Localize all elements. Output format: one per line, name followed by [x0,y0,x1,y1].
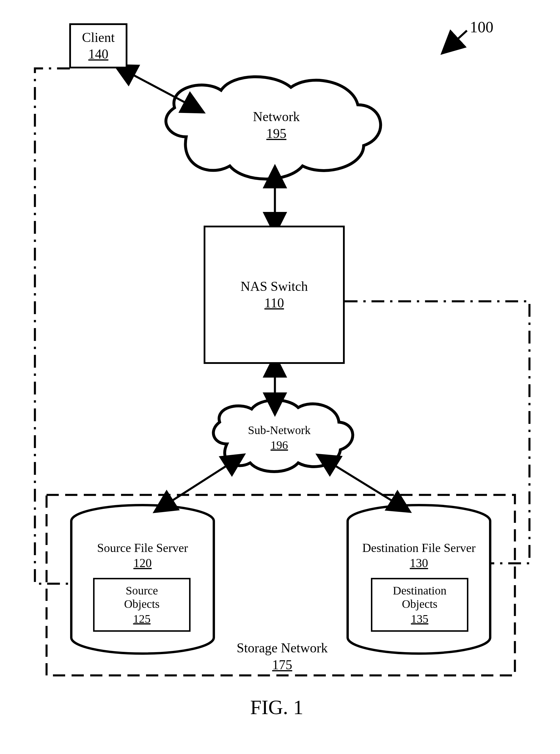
client-num: 140 [88,46,108,62]
svg-point-0 [71,505,214,537]
client-box: Client 140 [69,23,127,69]
network-label: Network 195 [244,109,308,141]
figure-ref: 100 [470,18,493,36]
source-objects-box: Source Objects 125 [93,578,191,632]
path-nas-dest [345,301,529,563]
source-objects-title: Source Objects [124,584,159,611]
dest-objects-box: Destination Objects 135 [371,578,468,632]
nas-box: NAS Switch 110 [204,226,345,364]
svg-point-1 [348,505,490,537]
path-client-source [35,69,71,584]
client-title: Client [82,30,115,45]
storage-network-label: Storage Network 175 [230,640,335,673]
dest-objects-title: Destination Objects [393,584,446,611]
figure-caption: FIG. 1 [250,696,303,719]
dest-objects-num: 135 [411,612,428,625]
source-objects-num: 125 [133,612,151,625]
source-server-label: Source File Server 120 [84,541,201,570]
subnet-label: Sub-Network 196 [239,424,320,452]
nas-title: NAS Switch [241,279,308,294]
conn-client-network [124,70,195,108]
conn-subnet-source [163,460,236,506]
nas-num: 110 [264,295,284,311]
ref-arrow-100 [449,31,467,46]
conn-subnet-dest [326,460,401,506]
dest-server-label: Destination File Server 130 [354,541,484,570]
